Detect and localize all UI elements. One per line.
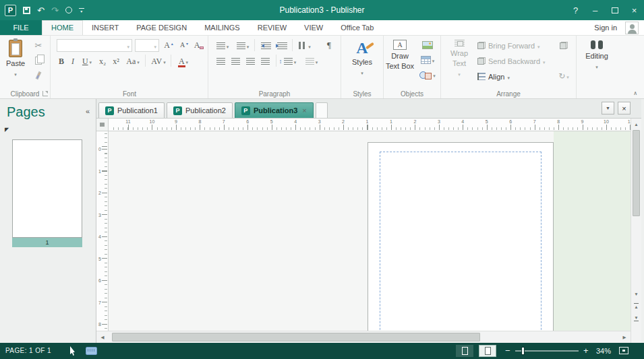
previous-page-button[interactable]: ▲ — [631, 300, 641, 312]
show-paragraph-marks-button[interactable]: ¶ — [322, 38, 336, 52]
character-spacing-dropdown-icon[interactable] — [163, 57, 166, 65]
align-dropdown-icon[interactable] — [507, 73, 510, 81]
font-color-dropdown-icon[interactable] — [186, 57, 189, 65]
font-size-dropdown-icon[interactable] — [154, 42, 156, 50]
paragraph-spacing-dropdown-icon[interactable] — [316, 57, 318, 65]
ribbon-tab-home[interactable]: HOME — [42, 20, 83, 35]
collapse-ribbon-icon[interactable]: ∧ — [633, 90, 637, 96]
page-count-status[interactable]: PAGE: 1 OF 1 — [5, 343, 51, 359]
workspace-canvas[interactable] — [109, 131, 631, 331]
page-thumbnail[interactable] — [12, 139, 82, 238]
grow-font-button[interactable]: A — [161, 38, 176, 52]
vertical-scrollbar[interactable]: ▲ ▼ ▲ ▼ — [631, 119, 641, 343]
publication-page[interactable] — [368, 142, 554, 331]
zoom-percentage[interactable]: 34% — [596, 343, 611, 359]
font-name-combobox[interactable] — [57, 39, 132, 52]
ribbon-tab-page-design[interactable]: PAGE DESIGN — [127, 20, 196, 35]
undo-icon[interactable]: ↶ — [37, 6, 45, 15]
change-case-dropdown-icon[interactable] — [137, 57, 140, 65]
copy-button[interactable] — [30, 53, 47, 67]
zoom-out-button[interactable]: − — [505, 343, 510, 359]
close-tab-icon[interactable]: × — [302, 107, 306, 115]
clipboard-dialog-launcher-icon[interactable] — [42, 91, 48, 96]
line-spacing-button[interactable] — [281, 54, 299, 68]
insert-picture-button[interactable] — [417, 38, 438, 52]
vertical-scrollbar-thumb[interactable] — [633, 130, 640, 216]
subscript-button[interactable]: x₂ — [96, 54, 109, 68]
line-spacing-dropdown-icon[interactable] — [294, 57, 297, 65]
page-thumbnail-number[interactable]: 1 — [12, 238, 82, 247]
customize-quick-access-icon[interactable] — [79, 8, 84, 13]
scroll-right-button[interactable]: ▶ — [618, 331, 631, 343]
align-left-button[interactable] — [214, 54, 227, 68]
editing-button[interactable]: Editing — [581, 36, 613, 86]
superscript-button[interactable]: x² — [109, 54, 123, 68]
bold-button[interactable]: B — [55, 54, 67, 68]
increase-indent-button[interactable] — [274, 38, 289, 53]
align-button[interactable]: Align — [477, 70, 510, 83]
shrink-font-button[interactable]: A — [177, 38, 192, 52]
draw-text-box-button[interactable]: Draw Text Box — [385, 36, 415, 86]
save-icon[interactable] — [23, 7, 30, 14]
align-center-button[interactable] — [229, 54, 242, 68]
decrease-indent-button[interactable] — [258, 38, 273, 53]
ribbon-tab-file[interactable]: FILE — [0, 20, 42, 35]
two-page-view-button[interactable] — [456, 345, 473, 357]
font-size-combobox[interactable] — [135, 39, 159, 52]
table-dropdown-icon[interactable] — [432, 56, 435, 64]
horizontal-scrollbar[interactable]: ◀ ▶ — [96, 331, 631, 343]
minimize-button[interactable]: – — [585, 0, 605, 20]
cut-button[interactable]: ✂ — [30, 38, 47, 53]
scroll-left-button[interactable]: ◀ — [96, 331, 109, 343]
vertical-ruler[interactable]: 012345678 — [96, 131, 109, 331]
ribbon-tab-review[interactable]: REVIEW — [249, 20, 295, 35]
document-tab-publication3[interactable]: PPublication3× — [235, 102, 314, 118]
scroll-up-button[interactable]: ▲ — [631, 119, 641, 130]
publisher-app-icon[interactable]: P — [5, 5, 16, 16]
ribbon-tab-office-tab[interactable]: Office Tab — [332, 20, 382, 35]
ruler-corner[interactable] — [96, 119, 109, 131]
columns-dropdown-icon[interactable] — [308, 42, 311, 50]
horizontal-scrollbar-thumb[interactable] — [112, 333, 480, 341]
paste-button[interactable]: Paste — [3, 36, 28, 86]
numbering-dropdown-icon[interactable] — [247, 42, 250, 50]
ribbon-tab-mailings[interactable]: MAILINGS — [196, 20, 249, 35]
single-page-view-button[interactable] — [479, 345, 496, 357]
zoom-slider[interactable] — [515, 350, 579, 352]
format-painter-button[interactable] — [30, 68, 47, 82]
underline-dropdown-icon[interactable] — [90, 57, 92, 65]
ribbon-tab-insert[interactable]: INSERT — [83, 20, 127, 35]
insert-table-button[interactable] — [417, 53, 438, 67]
horizontal-ruler[interactable]: 11109876543211234567891011 — [109, 119, 631, 131]
user-avatar[interactable] — [625, 22, 639, 34]
bullets-dropdown-icon[interactable] — [227, 42, 229, 50]
underline-button[interactable]: U — [78, 54, 96, 68]
fit-page-button[interactable] — [619, 347, 628, 354]
sign-in-link[interactable]: Sign in — [594, 20, 617, 36]
change-case-button[interactable]: Aa — [123, 54, 143, 68]
align-right-button[interactable] — [243, 54, 257, 68]
font-name-dropdown-icon[interactable] — [127, 42, 129, 50]
insert-shapes-button[interactable] — [417, 67, 438, 81]
italic-button[interactable]: I — [67, 54, 78, 68]
justify-button[interactable] — [258, 54, 272, 68]
zoom-slider-thumb[interactable] — [521, 347, 525, 355]
document-tab-publication1[interactable]: PPublication1 — [98, 102, 165, 118]
collapse-pane-button[interactable]: « — [86, 107, 90, 115]
document-tab-publication2[interactable]: PPublication2 — [167, 102, 233, 118]
clear-formatting-button[interactable]: A — [192, 38, 206, 52]
new-tab-stub[interactable] — [316, 102, 328, 118]
columns-button[interactable] — [296, 38, 314, 53]
scroll-down-button[interactable]: ▼ — [631, 288, 641, 300]
paragraph-spacing-button[interactable] — [303, 54, 320, 68]
character-spacing-button[interactable]: AV — [148, 54, 169, 68]
tab-list-dropdown-button[interactable]: ▼ — [602, 102, 614, 115]
close-document-button[interactable]: × — [618, 102, 631, 115]
next-page-button[interactable]: ▼ — [631, 313, 641, 324]
touch-mode-icon[interactable] — [65, 7, 72, 13]
bullets-button[interactable] — [214, 38, 231, 53]
font-color-button[interactable]: A — [173, 54, 194, 68]
ribbon-tab-view[interactable]: VIEW — [295, 20, 332, 35]
help-button[interactable]: ? — [566, 0, 585, 20]
zoom-in-button[interactable]: + — [583, 343, 589, 359]
